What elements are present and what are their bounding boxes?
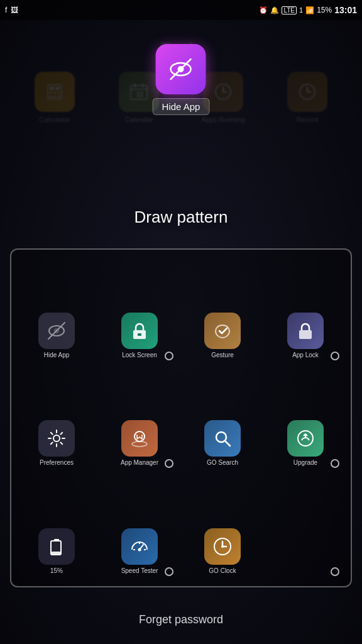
preferences-cell-icon: [38, 420, 75, 457]
svg-line-21: [48, 323, 65, 339]
go-search-cell-icon: [204, 420, 241, 457]
hide-app-icon[interactable]: [156, 44, 206, 94]
app-manager-cell-name: App Manager: [121, 459, 158, 467]
app-cell-app-lock[interactable]: App Lock: [264, 256, 347, 364]
pattern-apps-grid: Hide App Lock Screen Gesture: [11, 250, 351, 586]
app-cell-hide-app[interactable]: Hide App: [15, 256, 98, 364]
img-icon: 🖼: [11, 6, 18, 14]
pattern-dot-app-lock[interactable]: [331, 352, 339, 360]
svg-line-36: [140, 545, 143, 550]
hide-app-popup: Hide App: [153, 44, 210, 115]
gesture-cell-icon: [204, 313, 241, 349]
app-lock-cell-name: App Lock: [292, 352, 319, 359]
svg-point-41: [221, 545, 224, 548]
status-bar: f 🖼 ⏰ 🔔 LTE 1 📶 15% 13:01: [0, 0, 362, 20]
vol-icon: 🔔: [270, 6, 279, 14]
pattern-dot-app-manager[interactable]: [165, 459, 173, 468]
speed-tester-cell-icon: [121, 528, 158, 565]
app-cell-upgrade[interactable]: Upgrade: [264, 364, 347, 472]
forget-password-text[interactable]: Forget password: [139, 613, 223, 626]
lock-screen-cell-name: Lock Screen: [122, 352, 157, 359]
app-cell-go-clock[interactable]: GO Clock: [181, 472, 264, 580]
fb-icon: f: [5, 6, 7, 14]
svg-point-25: [53, 435, 60, 441]
go-search-cell-name: GO Search: [207, 459, 238, 467]
pattern-dot-lock-screen[interactable]: [165, 352, 173, 360]
hide-app-cell-name: Hide App: [44, 352, 70, 359]
go-clock-cell-icon: [204, 528, 241, 565]
svg-line-29: [225, 441, 230, 446]
app-cell-15pct[interactable]: 15%: [15, 472, 98, 580]
draw-pattern-text: Draw pattern: [134, 208, 228, 227]
battery-cell-name: 15%: [50, 567, 63, 575]
lte-badge: LTE: [282, 6, 297, 14]
app-cell-gesture[interactable]: Gesture: [181, 256, 264, 364]
app-cell-empty: [264, 472, 347, 580]
status-left-icons: f 🖼: [5, 6, 18, 14]
status-right-info: ⏰ 🔔 LTE 1 📶 15% 13:01: [259, 5, 357, 15]
go-clock-cell-name: GO Clock: [209, 567, 236, 575]
app-manager-cell-icon: [121, 420, 158, 457]
svg-rect-34: [52, 552, 60, 554]
hide-app-label: Hide App: [153, 98, 210, 115]
svg-point-26: [134, 431, 145, 441]
pattern-panel: Hide App Lock Screen Gesture: [10, 248, 352, 587]
pattern-dot-empty[interactable]: [331, 567, 339, 576]
time-display: 13:01: [334, 5, 357, 15]
gesture-cell-name: Gesture: [211, 352, 234, 359]
speed-tester-cell-name: Speed Tester: [121, 567, 158, 575]
preferences-cell-name: Preferences: [40, 459, 74, 467]
svg-point-27: [132, 441, 147, 447]
app-lock-cell-icon: [287, 313, 324, 349]
svg-rect-33: [54, 539, 59, 541]
pattern-dot-upgrade[interactable]: [331, 459, 339, 468]
signal-icon: 📶: [305, 6, 314, 14]
app-cell-app-manager[interactable]: App Manager: [98, 364, 181, 472]
svg-rect-23: [138, 333, 141, 336]
alarm-icon: ⏰: [259, 6, 268, 14]
sim-number: 1: [299, 6, 303, 14]
empty-cell-icon: [287, 536, 324, 572]
pattern-dot-speed-tester[interactable]: [165, 567, 173, 576]
lock-screen-cell-icon: [121, 313, 158, 349]
upgrade-cell-icon: [287, 420, 324, 457]
svg-rect-24: [299, 330, 312, 339]
battery-percent: 15%: [317, 6, 332, 14]
app-cell-speed-tester[interactable]: Speed Tester: [98, 472, 181, 580]
battery-cell-icon: [38, 528, 75, 565]
app-cell-go-search[interactable]: GO Search: [181, 364, 264, 472]
app-cell-lock-screen[interactable]: Lock Screen: [98, 256, 181, 364]
app-cell-preferences[interactable]: Preferences: [15, 364, 98, 472]
hide-app-cell-icon: [38, 313, 75, 349]
upgrade-cell-name: Upgrade: [293, 459, 317, 467]
